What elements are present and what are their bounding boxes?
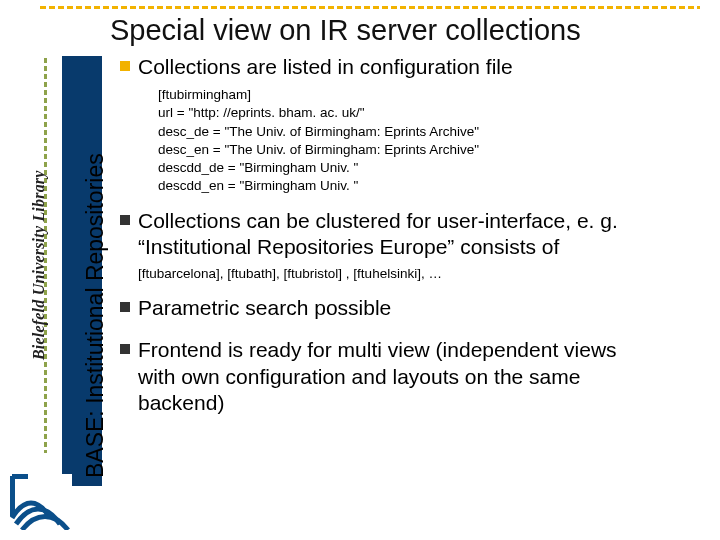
bullet-4-line-2: with own configuration and layouts on th…: [138, 365, 580, 388]
bullet-2-text: Collections can be clustered for user-in…: [138, 208, 618, 261]
top-dashed-rule: [40, 6, 700, 9]
sidebar-label: BASE: Institutional Repositories: [82, 153, 109, 478]
bullet-4: Frontend is ready for multi view (indepe…: [120, 337, 700, 416]
bullet-marker-icon: [120, 302, 130, 312]
slide-title: Special view on IR server collections: [110, 14, 581, 47]
bullet-4-text: Frontend is ready for multi view (indepe…: [138, 337, 617, 416]
bullet-1-text: Collections are listed in configuration …: [138, 54, 513, 80]
config-code-block: [ftubirmingham] url = "http: //eprints. …: [158, 86, 700, 195]
bullet-4-line-3: backend): [138, 391, 224, 414]
bullet-3: Parametric search possible: [120, 295, 700, 321]
bullet-4-line-1: Frontend is ready for multi view (indepe…: [138, 338, 617, 361]
cluster-example: [ftubarcelona], [ftubath], [ftubristol] …: [138, 266, 700, 281]
bullet-1: Collections are listed in configuration …: [120, 54, 700, 80]
bullet-marker-icon: [120, 61, 130, 71]
bullet-2: Collections can be clustered for user-in…: [120, 208, 700, 261]
bullet-3-text: Parametric search possible: [138, 295, 391, 321]
bullet-marker-icon: [120, 344, 130, 354]
bullet-2-line-2: “Institutional Repositories Europe” cons…: [138, 235, 559, 258]
content-area: Collections are listed in configuration …: [120, 54, 700, 422]
slide: Special view on IR server collections Bi…: [0, 0, 720, 540]
bullet-2-line-1: Collections can be clustered for user-in…: [138, 209, 618, 232]
logo-icon: [10, 474, 72, 530]
bullet-marker-icon: [120, 215, 130, 225]
brand-label: Bielefeld University Library: [30, 170, 48, 360]
